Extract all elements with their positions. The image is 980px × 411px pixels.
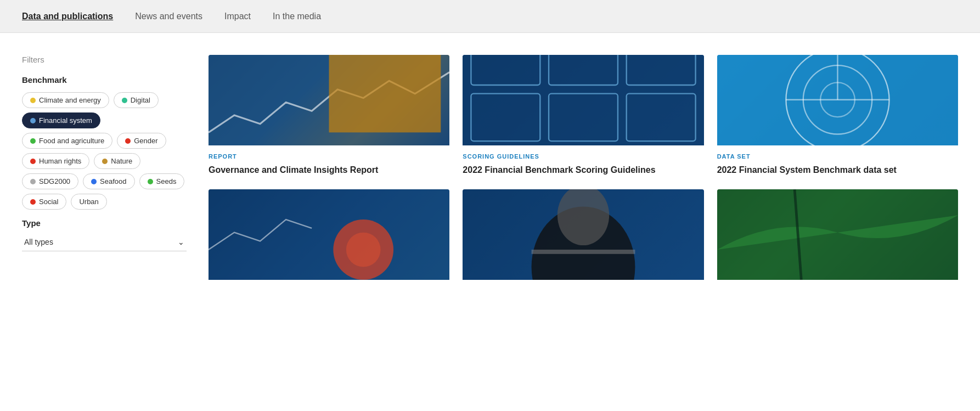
card-body: DATA SET 2022 Financial System Benchmark…: [717, 145, 958, 176]
climate-dot: [30, 98, 36, 103]
type-section: Type All types ⌄: [22, 218, 187, 251]
filter-tags-container: Climate and energy Digital Financial sys…: [22, 92, 187, 210]
card-title: 2022 Financial System Benchmark data set: [717, 164, 958, 176]
card-dataset[interactable]: DATA SET 2022 Financial System Benchmark…: [717, 55, 958, 176]
type-value: All types: [24, 238, 53, 246]
nav-news-events[interactable]: News and events: [135, 12, 202, 21]
card-body: [209, 280, 449, 288]
filters-label: Filters: [22, 55, 187, 64]
filter-tag-label: Food and agriculture: [39, 137, 104, 145]
filter-tag-label: Gender: [134, 137, 157, 145]
card-body: REPORT Governance and Climate Insights R…: [209, 145, 449, 176]
card-type: REPORT: [209, 153, 449, 160]
card-title: 2022 Financial Benchmark Scoring Guideli…: [463, 164, 703, 176]
filter-tag-food[interactable]: Food and agriculture: [22, 133, 112, 149]
content-area: REPORT Governance and Climate Insights R…: [209, 55, 958, 389]
financial-dot: [30, 118, 36, 123]
filter-tag-climate[interactable]: Climate and energy: [22, 92, 109, 108]
main-container: Filters Benchmark Climate and energy Dig…: [0, 33, 980, 411]
card-nature[interactable]: [717, 189, 958, 292]
card-scoring[interactable]: SCORING GUIDELINES 2022 Financial Benchm…: [463, 55, 703, 176]
card-image-nature: [717, 189, 958, 280]
filter-tag-urban[interactable]: Urban: [71, 194, 106, 210]
card-body: [717, 280, 958, 288]
card-image-scoring: [463, 55, 703, 145]
social-dot: [30, 199, 36, 205]
card-woman[interactable]: [463, 189, 703, 292]
filter-tag-label: Social: [39, 198, 58, 206]
nav-data-publications[interactable]: Data and publications: [22, 12, 113, 21]
human-rights-dot: [30, 159, 36, 164]
sdg-dot: [30, 179, 36, 184]
card-governance[interactable]: REPORT Governance and Climate Insights R…: [209, 55, 449, 176]
card-type: DATA SET: [717, 153, 958, 160]
filter-tag-sdg[interactable]: SDG2000: [22, 173, 78, 189]
filter-tag-label: Human rights: [39, 157, 81, 165]
filter-tag-digital[interactable]: Digital: [114, 92, 159, 108]
filter-tag-label: Digital: [131, 96, 150, 104]
card-food[interactable]: [209, 189, 449, 292]
gender-dot: [125, 138, 131, 144]
filter-tag-label: Seeds: [156, 177, 177, 185]
filter-tag-label: Nature: [111, 157, 132, 165]
card-type: SCORING GUIDELINES: [463, 153, 703, 160]
seeds-dot: [148, 179, 153, 184]
benchmark-label: Benchmark: [22, 75, 187, 85]
type-label: Type: [22, 218, 187, 228]
type-select[interactable]: All types ⌄: [22, 233, 187, 251]
sidebar: Filters Benchmark Climate and energy Dig…: [22, 55, 187, 389]
filter-tag-seafood[interactable]: Seafood: [83, 173, 134, 189]
filter-tag-label: Climate and energy: [39, 96, 101, 104]
card-body: [463, 280, 703, 288]
filter-tag-human-rights[interactable]: Human rights: [22, 153, 89, 169]
food-dot: [30, 138, 36, 144]
card-body: SCORING GUIDELINES 2022 Financial Benchm…: [463, 145, 703, 176]
nav-impact[interactable]: Impact: [224, 12, 251, 21]
card-image-woman: [463, 189, 703, 280]
filter-tag-label: SDG2000: [39, 177, 70, 185]
chevron-down-icon: ⌄: [178, 238, 184, 246]
seafood-dot: [91, 179, 97, 184]
filter-tag-label: Urban: [79, 198, 98, 206]
filter-tag-financial[interactable]: Financial system: [22, 112, 100, 128]
nav-in-the-media[interactable]: In the media: [273, 12, 321, 21]
card-image-food: [209, 189, 449, 280]
filter-tag-social[interactable]: Social: [22, 194, 66, 210]
digital-dot: [122, 98, 127, 103]
top-navigation: Data and publications News and events Im…: [0, 0, 980, 33]
nature-dot: [102, 159, 108, 164]
card-image-dataset: [717, 55, 958, 145]
filter-tag-label: Seafood: [100, 177, 126, 185]
cards-grid: REPORT Governance and Climate Insights R…: [209, 55, 958, 292]
filter-tag-gender[interactable]: Gender: [117, 133, 166, 149]
card-image-governance: [209, 55, 449, 145]
filter-tag-label: Financial system: [39, 116, 92, 125]
filter-tag-nature[interactable]: Nature: [94, 153, 140, 169]
card-title: Governance and Climate Insights Report: [209, 164, 449, 176]
filter-tag-seeds[interactable]: Seeds: [139, 173, 185, 189]
